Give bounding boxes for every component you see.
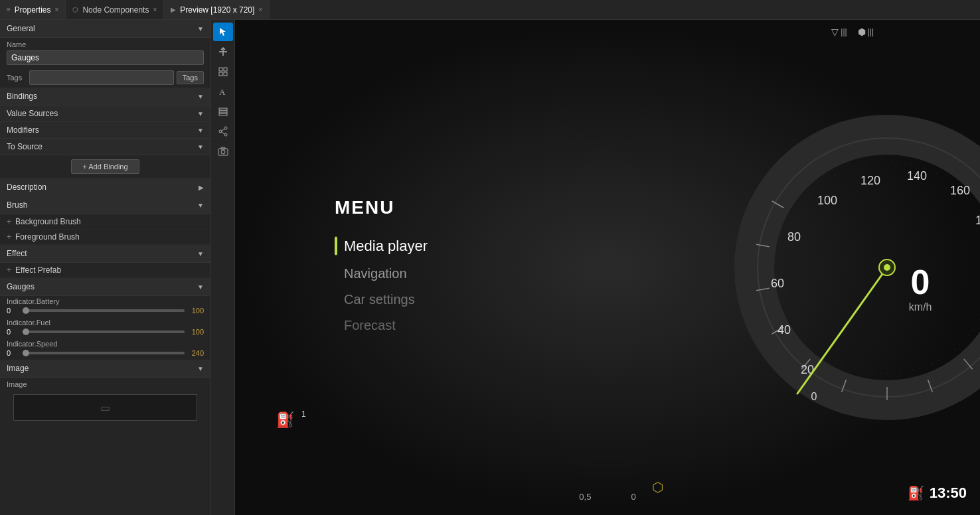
tab-properties-close[interactable]: × (55, 6, 59, 13)
fuel-slider[interactable] (23, 331, 185, 333)
bindings-section-header[interactable]: Bindings ▼ (0, 88, 210, 106)
brush-section-header[interactable]: Brush ▼ (0, 196, 210, 214)
value-sources-arrow: ▼ (197, 110, 204, 117)
to-source-subsection[interactable]: To Source ▼ (0, 139, 210, 155)
clock-time: 13:50 (930, 484, 967, 502)
svg-rect-1 (224, 68, 227, 71)
fuel-slider-row: Indicator.Fuel 0 100 (0, 317, 210, 338)
bottom-indicators: 0,5 0 (579, 492, 635, 502)
tab-properties[interactable]: ≡ Properties × (0, 0, 66, 19)
fuel-label: Indicator.Fuel (7, 319, 204, 327)
background-brush-item[interactable]: + Background Brush (0, 214, 210, 230)
modifiers-arrow: ▼ (197, 127, 204, 134)
fuel-thumb[interactable] (23, 329, 29, 335)
tool-text[interactable]: A (213, 82, 233, 101)
svg-text:60: 60 (771, 277, 784, 290)
menu-title: MENU (335, 197, 428, 218)
svg-text:40: 40 (777, 323, 791, 336)
node-components-icon: ⬡ (72, 6, 78, 13)
svg-rect-6 (219, 111, 227, 113)
menu-item-car-settings[interactable]: Car settings (335, 287, 428, 313)
svg-line-11 (222, 129, 224, 131)
battery-thumb[interactable] (23, 307, 29, 314)
speedometer-svg: 20 40 60 80 100 120 140 160 180 0 (675, 108, 980, 427)
menu-item-media-player[interactable]: Media player (335, 232, 428, 261)
menu-item-forecast[interactable]: Forecast (335, 313, 428, 338)
effect-prefab-label: Effect Prefab (15, 265, 61, 275)
foreground-brush-label: Foreground Brush (15, 232, 80, 242)
fuel-min-value: 0 (7, 328, 20, 336)
general-section-header[interactable]: General ▼ (0, 20, 210, 38)
battery-slider-row: Indicator.Battery 0 100 (0, 296, 210, 317)
tab-node-components-label: Node Components (82, 5, 149, 15)
modifiers-label: Modifiers (7, 125, 39, 135)
bottom-battery-value: 0 (631, 492, 635, 502)
battery-controls: 0 100 (7, 307, 204, 315)
svg-point-44 (884, 264, 890, 271)
general-chevron: ▼ (197, 25, 204, 33)
tool-cursor[interactable] (213, 23, 233, 41)
main-layout: General ▼ Name Tags Tags Bindings ▼ Valu… (0, 20, 980, 515)
effect-section-header[interactable]: Effect ▼ (0, 245, 210, 263)
name-input[interactable] (7, 50, 204, 65)
speed-max-value: 240 (187, 349, 204, 357)
foreground-brush-item[interactable]: + Foreground Brush (0, 230, 210, 245)
tool-share[interactable] (213, 122, 233, 141)
effect-prefab-item[interactable]: + Effect Prefab (0, 263, 210, 278)
clock-fuel-icon: ⛽ (908, 485, 924, 501)
svg-text:0: 0 (811, 391, 817, 402)
gauges-section-header[interactable]: Gauges ▼ (0, 278, 210, 296)
speed-slider-row: Indicator.Speed 0 240 (0, 338, 210, 360)
speed-min-value: 0 (7, 349, 20, 357)
svg-text:km/h: km/h (909, 301, 932, 313)
description-section-header[interactable]: Description ▶ (0, 179, 210, 196)
tab-bar: ≡ Properties × ⬡ Node Components × ▶ Pre… (0, 0, 980, 20)
tab-node-components-close[interactable]: × (153, 6, 157, 13)
effect-label: Effect (7, 249, 27, 258)
image-section-header[interactable]: Image ▼ (0, 360, 210, 378)
tags-input[interactable] (29, 70, 174, 85)
image-label: Image (7, 364, 29, 373)
svg-rect-0 (219, 68, 222, 71)
tool-layers[interactable] (213, 102, 233, 121)
tab-node-components[interactable]: ⬡ Node Components × (66, 0, 164, 19)
tags-label: Tags (7, 74, 27, 82)
preview-play-icon: ▶ (171, 6, 176, 13)
add-binding-row: + Add Binding (0, 155, 210, 179)
tab-preview-close[interactable]: × (258, 6, 262, 13)
bottom-fuel-value: 0,5 (579, 492, 591, 502)
battery-slider[interactable] (23, 309, 185, 312)
image-preview: ▭ (13, 394, 197, 421)
bindings-label: Bindings (7, 92, 37, 101)
gauges-chevron: ▼ (197, 283, 204, 291)
effect-prefab-plus-icon: + (7, 265, 11, 275)
menu-forecast-label: Forecast (344, 318, 396, 333)
svg-rect-5 (219, 108, 227, 110)
tool-grid[interactable] (213, 62, 233, 81)
svg-text:120: 120 (860, 174, 880, 187)
brush-label: Brush (7, 200, 27, 210)
tool-camera[interactable] (213, 142, 233, 161)
tool-arrow[interactable] (213, 42, 233, 61)
add-binding-button[interactable]: + Add Binding (71, 159, 139, 174)
tab-preview[interactable]: ▶ Preview [1920 x 720] × (164, 0, 270, 19)
modifiers-subsection[interactable]: Modifiers ▼ (0, 122, 210, 139)
value-sources-subsection[interactable]: Value Sources ▼ (0, 106, 210, 122)
tags-row: Tags Tags (0, 68, 210, 88)
tags-button[interactable]: Tags (177, 71, 204, 84)
menu-item-navigation[interactable]: Navigation (335, 261, 428, 287)
speed-slider[interactable] (23, 352, 185, 354)
background-brush-label: Background Brush (15, 217, 81, 226)
svg-point-10 (224, 133, 227, 136)
speed-label: Indicator.Speed (7, 340, 204, 348)
speed-thumb[interactable] (23, 350, 29, 356)
svg-text:140: 140 (907, 169, 927, 183)
menu-media-player-label: Media player (344, 238, 428, 255)
to-source-arrow: ▼ (197, 143, 204, 151)
preview-area: ▽ ||| ⬢ ||| MENU Media player Navigation (235, 20, 980, 515)
svg-text:180: 180 (975, 214, 980, 227)
menu-navigation-label: Navigation (344, 266, 407, 281)
foreground-brush-plus-icon: + (7, 232, 11, 242)
svg-text:0: 0 (911, 263, 930, 301)
fuel-level-label: 1 (301, 409, 306, 419)
